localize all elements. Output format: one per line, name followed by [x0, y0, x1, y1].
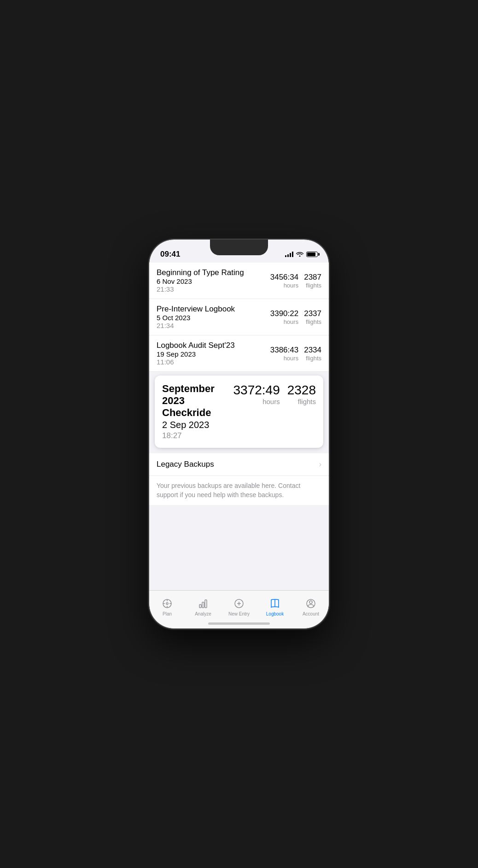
notch: [210, 240, 268, 255]
backup-item-date: 6 Nov 2023: [157, 277, 270, 285]
tab-account-label: Account: [303, 611, 319, 616]
backup-item-stats: 3456:34 hours 2387 flights: [270, 273, 321, 289]
backup-item-time: 11:06: [157, 358, 270, 366]
hours-value: 3386:43: [270, 346, 298, 355]
legacy-label: Legacy Backups: [157, 460, 214, 469]
backup-item-stats: 3390:22 hours 2337 flights: [270, 309, 321, 325]
phone-frame: 09:41 ‹ Lo: [149, 240, 329, 628]
tab-new-entry-label: New Entry: [228, 611, 250, 616]
backup-item-info: Logbook Audit Sept'23 19 Sep 2023 11:06: [157, 341, 270, 366]
backup-item-1[interactable]: Pre-Interview Logbook 5 Oct 2023 21:34 3…: [149, 299, 329, 335]
account-icon: [304, 597, 317, 610]
flights-stat: 2387 flights: [304, 273, 321, 289]
backup-item-0[interactable]: Beginning of Type Rating 6 Nov 2023 21:3…: [149, 263, 329, 299]
highlighted-flights-stat: 2328 flights: [287, 383, 316, 405]
home-indicator: [208, 622, 270, 625]
phone-screen: 09:41 ‹ Lo: [149, 240, 329, 628]
hours-label: hours: [284, 282, 299, 289]
hours-stat: 3390:22 hours: [270, 309, 298, 325]
svg-rect-6: [199, 604, 201, 608]
status-time: 09:41: [160, 250, 180, 259]
hours-stat: 3386:43 hours: [270, 346, 298, 362]
legacy-backups-item[interactable]: Legacy Backups ›: [149, 453, 329, 476]
backup-item-name: Beginning of Type Rating: [157, 268, 270, 277]
tab-logbook-label: Logbook: [266, 611, 284, 616]
flights-label: flights: [306, 318, 321, 325]
hours-value: 3390:22: [270, 309, 298, 318]
backup-list: Beginning of Type Rating 6 Nov 2023 21:3…: [149, 263, 329, 372]
main-content: Beginning of Type Rating 6 Nov 2023 21:3…: [149, 263, 329, 590]
legacy-description: Your previous backups are available here…: [149, 476, 329, 505]
flights-label: flights: [306, 282, 321, 289]
tab-plan[interactable]: Plan: [149, 597, 185, 616]
highlighted-backup-item[interactable]: September 2023 Checkride 2 Sep 2023 18:2…: [155, 375, 323, 448]
analyze-icon: [197, 597, 210, 610]
plan-icon: [161, 597, 174, 610]
highlighted-stats: 3372:49 hours 2328 flights: [233, 383, 316, 405]
highlighted-flights-value: 2328: [287, 383, 316, 398]
tab-logbook[interactable]: Logbook: [257, 597, 293, 616]
highlighted-time: 18:27: [162, 431, 233, 440]
tab-plan-label: Plan: [163, 611, 172, 616]
logbook-icon: [268, 597, 281, 610]
highlighted-hours-label: hours: [262, 398, 280, 405]
flights-stat: 2337 flights: [304, 309, 321, 325]
svg-rect-8: [205, 600, 207, 608]
backup-item-date: 5 Oct 2023: [157, 314, 270, 322]
backup-item-stats: 3386:43 hours 2334 flights: [270, 346, 321, 362]
svg-rect-7: [202, 602, 204, 608]
backup-item-name: Logbook Audit Sept'23: [157, 341, 270, 350]
backup-item-name: Pre-Interview Logbook: [157, 305, 270, 314]
highlighted-hours-value: 3372:49: [233, 383, 280, 398]
flights-value: 2334: [304, 346, 321, 355]
backup-item-time: 21:34: [157, 322, 270, 329]
legacy-section: Legacy Backups › Your previous backups a…: [149, 453, 329, 505]
backup-item-time: 21:33: [157, 285, 270, 293]
backup-item-info: Pre-Interview Logbook 5 Oct 2023 21:34: [157, 305, 270, 329]
hours-label: hours: [284, 318, 299, 325]
wifi-icon: [296, 251, 303, 258]
hours-label: hours: [284, 355, 299, 362]
highlighted-name: September 2023 Checkride: [162, 383, 233, 419]
tab-account[interactable]: Account: [293, 597, 329, 616]
tab-new-entry[interactable]: New Entry: [221, 597, 257, 616]
backup-item-info: Beginning of Type Rating 6 Nov 2023 21:3…: [157, 268, 270, 293]
battery-icon: [306, 252, 318, 257]
tab-analyze[interactable]: Analyze: [185, 597, 221, 616]
svg-point-14: [309, 601, 312, 604]
tab-analyze-label: Analyze: [195, 611, 211, 616]
chevron-right-icon: ›: [319, 460, 321, 469]
flights-label: flights: [306, 355, 321, 362]
highlighted-hours-stat: 3372:49 hours: [233, 383, 280, 405]
highlighted-date: 2 Sep 2023: [162, 420, 233, 430]
backup-item-date: 19 Sep 2023: [157, 350, 270, 358]
flights-value: 2337: [304, 309, 321, 318]
new-entry-icon: [233, 597, 245, 610]
hours-value: 3456:34: [270, 273, 298, 282]
svg-point-1: [166, 603, 168, 604]
highlighted-flights-label: flights: [298, 398, 316, 405]
hours-stat: 3456:34 hours: [270, 273, 298, 289]
status-icons: [285, 251, 318, 258]
signal-icon: [285, 252, 293, 257]
flights-stat: 2334 flights: [304, 346, 321, 362]
highlighted-info: September 2023 Checkride 2 Sep 2023 18:2…: [162, 383, 233, 440]
backup-item-2[interactable]: Logbook Audit Sept'23 19 Sep 2023 11:06 …: [149, 335, 329, 372]
flights-value: 2387: [304, 273, 321, 282]
